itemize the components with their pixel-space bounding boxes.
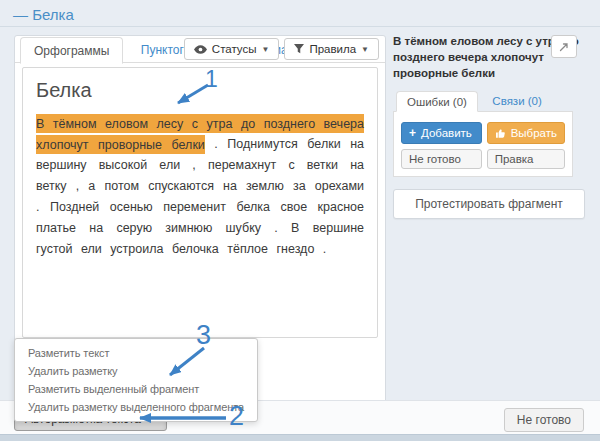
- tab-orthograms[interactable]: Орфограммы: [20, 37, 123, 64]
- eye-icon: [194, 45, 207, 54]
- document-toolbar: Статусы ▼ Правила ▼: [184, 38, 379, 60]
- rules-button[interactable]: Правила ▼: [284, 38, 379, 60]
- menu-item-remove-markup[interactable]: Удалить разметку: [15, 362, 257, 380]
- test-fragment-button[interactable]: Протестировать фрагмент: [393, 189, 585, 219]
- footer-not-ready-button[interactable]: Не готово: [504, 408, 584, 432]
- rules-label: Правила: [309, 43, 356, 55]
- menu-item-markup-text[interactable]: Разметить текст: [15, 344, 257, 362]
- header-divider: [0, 26, 600, 27]
- fragment-tab-content: + Добавить Выбрать Не готово Правка: [393, 112, 573, 177]
- tab-errors[interactable]: Ошибки (0): [396, 91, 478, 112]
- expand-button[interactable]: [551, 35, 577, 58]
- resize-arrow-icon: [558, 41, 570, 53]
- document-panel: Орфограммы Пунктограммы Варианты Статусы…: [14, 35, 386, 401]
- page-title: — Белка: [13, 6, 74, 23]
- plus-icon: +: [409, 127, 416, 139]
- edit-button[interactable]: Правка: [487, 149, 565, 169]
- menu-item-markup-selected-fragment[interactable]: Разметить выделенный фрагмент: [15, 380, 257, 398]
- document-text-rest: . Поднимутся белки на вершину высокой ел…: [36, 137, 364, 256]
- document-text: В тёмном еловом лесу с утра до позднего …: [36, 113, 364, 260]
- chevron-down-icon: ▼: [361, 45, 369, 54]
- fragment-panel: В тёмном еловом лесу с утра до позднего …: [393, 33, 585, 219]
- menu-item-remove-markup-selected-fragment[interactable]: Удалить разметку выделенного фрагмента: [15, 398, 257, 416]
- automarkup-menu: Разметить текст Удалить разметку Размети…: [14, 338, 258, 422]
- select-button[interactable]: Выбрать: [487, 122, 565, 144]
- document-text-area[interactable]: Белка В тёмном еловом лесу с утра до поз…: [22, 67, 378, 338]
- select-label: Выбрать: [511, 127, 557, 139]
- tab-links[interactable]: Связи (0): [482, 91, 551, 110]
- statuses-label: Статусы: [212, 43, 257, 55]
- page-bottom-strip: [0, 434, 600, 441]
- thumbs-up-icon: [495, 128, 506, 139]
- filter-icon: [294, 44, 304, 54]
- statuses-button[interactable]: Статусы ▼: [184, 38, 280, 60]
- document-tabbar: Орфограммы Пунктограммы Варианты Статусы…: [15, 36, 385, 63]
- chevron-down-icon: ▼: [261, 45, 269, 54]
- document-heading: Белка: [36, 79, 364, 102]
- add-label: Добавить: [421, 127, 472, 139]
- add-button[interactable]: + Добавить: [401, 122, 482, 144]
- fragment-tabs: Ошибки (0) Связи (0) + Добавить Выбрать …: [393, 90, 573, 177]
- fragment-tabbar: Ошибки (0) Связи (0): [393, 90, 573, 112]
- not-ready-button[interactable]: Не готово: [401, 149, 482, 169]
